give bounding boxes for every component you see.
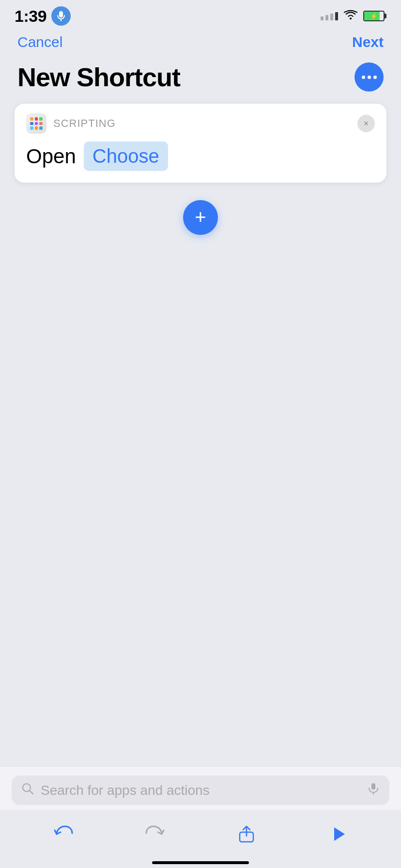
svg-point-2 (350, 18, 352, 20)
choose-button[interactable]: Choose (84, 141, 168, 171)
signal-icon (321, 12, 338, 20)
status-right: ⚡ (321, 10, 386, 22)
svg-line-4 (30, 790, 33, 794)
status-time: 1:39 (15, 7, 46, 26)
add-button-container: + (0, 200, 401, 235)
apps-grid-icon (30, 117, 43, 130)
scripting-label-row: SCRIPTING (26, 113, 116, 134)
page-header: New Shortcut (0, 57, 401, 104)
page-title: New Shortcut (17, 62, 180, 92)
category-label: SCRIPTING (53, 117, 116, 130)
search-icon (21, 782, 34, 798)
svg-rect-5 (371, 783, 375, 790)
ellipsis-icon (362, 76, 377, 79)
more-options-button[interactable] (355, 62, 384, 92)
status-left: 1:39 (15, 6, 71, 26)
scripting-icon (26, 113, 46, 134)
wifi-icon (344, 10, 357, 22)
add-action-button[interactable]: + (183, 200, 218, 235)
choose-label[interactable]: Choose (93, 145, 159, 167)
redo-button[interactable] (140, 820, 170, 849)
svg-rect-0 (59, 11, 63, 17)
bottom-toolbar (0, 815, 401, 853)
microphone-icon (51, 6, 71, 26)
cancel-button[interactable]: Cancel (17, 34, 62, 50)
action-card: SCRIPTING × Open Choose (15, 104, 386, 183)
search-bar[interactable]: Search for apps and actions (12, 775, 389, 805)
nav-bar: Cancel Next (0, 29, 401, 57)
action-body: Open Choose (26, 141, 375, 171)
undo-button[interactable] (49, 820, 78, 849)
status-bar: 1:39 ⚡ (0, 0, 401, 29)
share-button[interactable] (232, 820, 261, 849)
battery-icon: ⚡ (363, 11, 386, 21)
run-button[interactable] (324, 820, 353, 849)
action-card-header: SCRIPTING × (26, 113, 375, 134)
plus-icon: + (195, 207, 206, 227)
action-open-text: Open (26, 145, 76, 168)
next-button[interactable]: Next (352, 34, 384, 50)
search-mic-icon[interactable] (367, 782, 380, 798)
home-indicator (152, 861, 249, 864)
search-input[interactable]: Search for apps and actions (41, 783, 360, 798)
bottom-search-container: Search for apps and actions (0, 766, 401, 810)
close-action-button[interactable]: × (357, 115, 375, 132)
